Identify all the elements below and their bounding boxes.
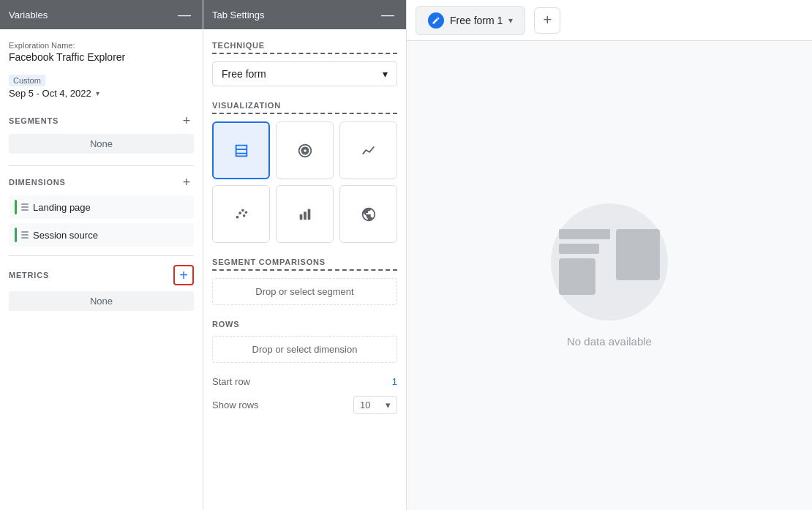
drag-handle-icon-2 — [21, 231, 29, 239]
viz-btn-bar[interactable] — [276, 185, 334, 243]
svg-point-2 — [238, 211, 241, 214]
svg-point-4 — [241, 209, 244, 211]
dimension-green-bar-1 — [15, 200, 17, 214]
svg-rect-7 — [304, 211, 307, 220]
add-metric-btn[interactable]: + — [173, 265, 194, 285]
divider-2 — [9, 255, 194, 256]
date-preset-label: Custom — [9, 75, 45, 86]
rows-drop-zone[interactable]: Drop or select dimension — [212, 336, 397, 363]
rows-drop-placeholder: Drop or select dimension — [252, 344, 358, 355]
variables-header: Variables — — [0, 0, 203, 29]
svg-rect-8 — [307, 209, 310, 220]
segments-title: SEGMENTS — [9, 116, 59, 125]
nd-left-block — [559, 229, 610, 295]
technique-value: Free form — [222, 68, 266, 80]
variables-body: Exploration Name: Facebook Traffic Explo… — [0, 29, 203, 510]
dimension-label-1: Landing page — [33, 202, 91, 213]
nd-bar-1 — [559, 229, 610, 239]
technique-section: TECHNIQUE Free form ▾ — [212, 41, 397, 86]
technique-label: TECHNIQUE — [212, 41, 397, 54]
drag-handle-icon-1 — [21, 203, 29, 211]
tab-settings-header: Tab Settings — — [203, 0, 406, 29]
metrics-title: METRICS — [9, 271, 49, 280]
tab-dropdown-arrow-icon: ▾ — [508, 15, 513, 26]
start-row-label: Start row — [212, 376, 250, 387]
table-icon — [233, 143, 249, 159]
date-range-text: Sep 5 - Oct 4, 2022 — [9, 88, 91, 99]
viz-btn-line[interactable] — [339, 121, 397, 179]
exploration-label: Exploration Name: — [9, 41, 194, 50]
show-rows-label: Show rows — [212, 400, 259, 410]
no-data-text: No data available — [567, 335, 652, 348]
segment-drop-placeholder: Drop or select segment — [255, 286, 353, 297]
viz-btn-geo[interactable] — [339, 185, 397, 243]
tab-name: Free form 1 — [450, 15, 503, 26]
variables-minimize-btn[interactable]: — — [175, 8, 194, 21]
nd-bar-2 — [559, 244, 599, 254]
dimension-green-bar-2 — [15, 228, 17, 242]
technique-dropdown-arrow-icon: ▾ — [383, 68, 388, 80]
add-segment-btn[interactable]: + — [179, 113, 194, 128]
nd-right-block — [616, 229, 660, 295]
start-row-value: 1 — [392, 376, 397, 387]
show-rows-arrow-icon: ▾ — [386, 400, 391, 410]
tab-free-form-1[interactable]: Free form 1 ▾ — [416, 6, 525, 35]
date-dropdown-arrow-icon: ▾ — [96, 89, 99, 97]
canvas-area: No data available — [407, 41, 812, 510]
rows-label: ROWS — [212, 320, 397, 329]
visualization-label: VISUALIZATION — [212, 101, 397, 114]
visualization-grid — [212, 121, 397, 243]
svg-point-3 — [242, 214, 245, 217]
dimensions-header: DIMENSIONS + — [9, 175, 194, 190]
technique-dropdown[interactable]: Free form ▾ — [212, 61, 397, 86]
bar-chart-icon — [297, 206, 313, 222]
start-row-config: Start row 1 — [212, 372, 397, 391]
line-chart-icon — [361, 143, 377, 159]
svg-point-5 — [244, 211, 247, 214]
svg-rect-6 — [299, 214, 302, 220]
tab-settings-panel: Tab Settings — TECHNIQUE Free form ▾ VIS… — [203, 0, 407, 510]
show-rows-value: 10 — [360, 400, 370, 410]
exploration-name: Facebook Traffic Explorer — [9, 51, 194, 63]
variables-panel: Variables — Exploration Name: Facebook T… — [0, 0, 203, 510]
viz-btn-donut[interactable] — [276, 121, 334, 179]
show-rows-dropdown[interactable]: 10 ▾ — [353, 396, 397, 414]
add-dimension-btn[interactable]: + — [179, 175, 194, 190]
date-range-selector[interactable]: Sep 5 - Oct 4, 2022 ▾ — [9, 88, 194, 99]
segment-comparisons-section: SEGMENT COMPARISONS Drop or select segme… — [212, 258, 397, 305]
metrics-header: METRICS + — [9, 265, 194, 285]
divider-1 — [9, 165, 194, 166]
viz-btn-scatter[interactable] — [212, 185, 270, 243]
tab-settings-minimize-btn[interactable]: — — [378, 8, 397, 21]
tab-settings-title: Tab Settings — [212, 10, 265, 20]
dimension-item-session[interactable]: Session source — [9, 223, 194, 247]
segment-comparisons-label: SEGMENT COMPARISONS — [212, 258, 397, 271]
dimension-label-2: Session source — [33, 230, 98, 241]
geo-chart-icon — [361, 206, 377, 222]
add-tab-btn[interactable]: + — [534, 7, 560, 34]
segments-header: SEGMENTS + — [9, 113, 194, 128]
tabs-bar: Free form 1 ▾ + — [407, 0, 812, 41]
dimensions-title: DIMENSIONS — [9, 178, 66, 187]
show-rows-config: Show rows 10 ▾ — [212, 391, 397, 419]
no-data-illustration — [551, 203, 668, 320]
dimension-item-landing[interactable]: Landing page — [9, 195, 194, 219]
metrics-none: None — [9, 291, 194, 311]
nd-rect-1 — [559, 258, 595, 295]
visualization-section: VISUALIZATION — [212, 101, 397, 243]
variables-title: Variables — [9, 10, 48, 20]
tab-settings-body: TECHNIQUE Free form ▾ VISUALIZATION — [203, 29, 406, 510]
donut-chart-icon — [297, 143, 313, 159]
no-data-graphic — [559, 229, 660, 295]
nd-rect-2 — [616, 229, 660, 280]
svg-point-1 — [236, 215, 238, 218]
add-tab-icon: + — [544, 12, 552, 29]
scatter-chart-icon — [233, 206, 249, 222]
segments-none: None — [9, 134, 194, 154]
rows-section: ROWS Drop or select dimension Start row … — [212, 320, 397, 419]
tab-edit-icon — [428, 12, 444, 29]
segment-drop-zone[interactable]: Drop or select segment — [212, 278, 397, 305]
viz-btn-table[interactable] — [212, 121, 270, 179]
main-content: Free form 1 ▾ + No data available — [407, 0, 812, 510]
